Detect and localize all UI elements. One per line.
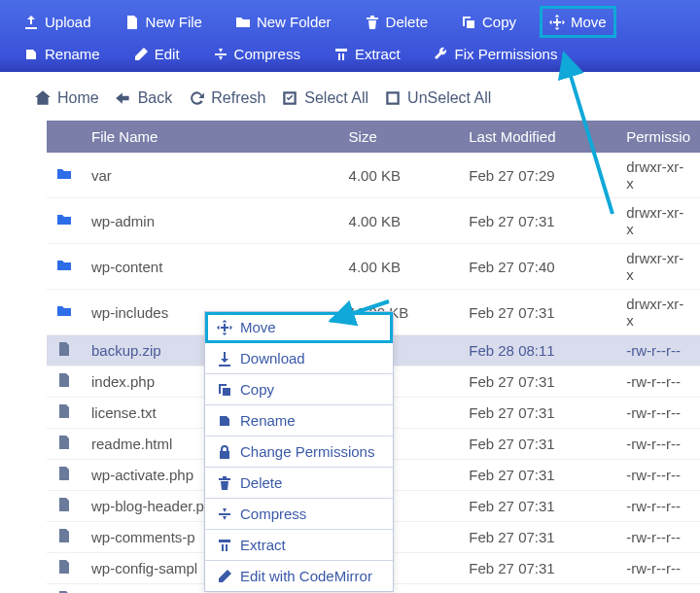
home-button[interactable]: Home xyxy=(34,89,99,107)
folder-icon xyxy=(56,303,72,319)
file-permissions: drwxr-xr-x xyxy=(616,244,700,290)
extract-icon xyxy=(333,47,349,62)
back-label: Back xyxy=(138,89,173,107)
refresh-button[interactable]: Refresh xyxy=(188,89,265,107)
unselect-all-button[interactable]: UnSelect All xyxy=(384,89,491,107)
folder-icon xyxy=(56,212,72,227)
col-permissions[interactable]: Permissio xyxy=(616,121,700,153)
compress-icon xyxy=(217,506,232,522)
row-icon-cell xyxy=(47,153,82,198)
new-file-button[interactable]: New File xyxy=(117,8,210,36)
move-icon xyxy=(549,15,565,30)
file-name: wp-admin xyxy=(82,198,339,244)
file-modified: Feb 27 07:29 xyxy=(459,153,616,198)
file-modified: Feb 28 08:11 xyxy=(459,335,616,366)
file-permissions: -rw-r--r-- xyxy=(616,366,700,398)
back-button[interactable]: Back xyxy=(115,89,173,107)
row-icon-cell xyxy=(47,460,82,491)
row-icon-cell xyxy=(47,198,82,244)
edit-label: Edit xyxy=(155,46,180,62)
file-permissions: drwxr-xr-x xyxy=(616,153,700,198)
delete-label: Delete xyxy=(386,14,428,30)
file-icon xyxy=(56,497,72,512)
file-size: 4.00 KB xyxy=(339,153,460,198)
upload-label: Upload xyxy=(45,14,91,30)
file-name: var xyxy=(82,153,339,198)
new-folder-button[interactable]: New Folder xyxy=(228,8,339,36)
new-file-label: New File xyxy=(146,14,202,30)
col-name[interactable]: File Name xyxy=(82,121,339,153)
folder-icon xyxy=(56,258,72,273)
context-rename[interactable]: Rename xyxy=(205,405,393,436)
table-row[interactable]: wp-content4.00 KBFeb 27 07:40drwxr-xr-x xyxy=(47,244,700,290)
context-delete-label: Delete xyxy=(240,474,282,491)
file-icon xyxy=(56,403,72,419)
file-modified: Feb 27 07:31 xyxy=(459,460,616,491)
file-modified: Feb 27 07:31 xyxy=(459,491,616,522)
col-icon xyxy=(47,121,82,153)
rename-label: Rename xyxy=(45,46,100,62)
main-toolbar: Upload New File New Folder Delete Copy M… xyxy=(0,0,700,72)
context-delete[interactable]: Delete xyxy=(205,468,393,499)
home-label: Home xyxy=(57,89,99,107)
rename-button[interactable]: Rename xyxy=(16,40,108,68)
context-edit-codemirror[interactable]: Edit with CodeMirror xyxy=(205,561,393,591)
context-compress[interactable]: Compress xyxy=(205,499,393,530)
table-row[interactable]: wp-admin4.00 KBFeb 27 07:31drwxr-xr-x xyxy=(47,198,700,244)
select-all-button[interactable]: Select All xyxy=(281,89,368,107)
fix-permissions-button[interactable]: Fix Permissions xyxy=(426,40,566,68)
select-all-label: Select All xyxy=(304,89,368,107)
file-size: 4.00 KB xyxy=(339,198,460,244)
context-download[interactable]: Download xyxy=(205,343,393,374)
file-permissions: -rw-r--r-- xyxy=(616,553,700,584)
row-icon-cell xyxy=(47,335,82,366)
file-modified: Feb 27 07:32 xyxy=(459,584,616,594)
move-button[interactable]: Move xyxy=(542,8,614,36)
refresh-label: Refresh xyxy=(211,89,265,107)
context-copy-label: Copy xyxy=(240,381,274,398)
context-change-permissions-label: Change Permissions xyxy=(240,443,374,460)
fix-permissions-label: Fix Permissions xyxy=(455,46,558,62)
table-row[interactable]: var4.00 KBFeb 27 07:29drwxr-xr-x xyxy=(47,153,700,198)
copy-button[interactable]: Copy xyxy=(453,8,524,36)
edit-icon xyxy=(133,47,149,62)
compress-button[interactable]: Compress xyxy=(205,40,308,68)
edit-icon xyxy=(217,569,232,584)
rename-icon xyxy=(217,413,232,429)
row-icon-cell xyxy=(47,244,82,290)
context-copy[interactable]: Copy xyxy=(205,374,393,405)
extract-button[interactable]: Extract xyxy=(326,40,408,68)
file-modified: Feb 27 07:40 xyxy=(459,244,616,290)
row-icon-cell xyxy=(47,491,82,522)
folder-icon xyxy=(235,15,251,30)
delete-button[interactable]: Delete xyxy=(357,8,436,36)
file-modified: Feb 27 07:31 xyxy=(459,522,616,553)
row-icon-cell xyxy=(47,553,82,584)
rename-icon xyxy=(23,47,39,62)
trash-icon xyxy=(365,15,380,30)
new-folder-label: New Folder xyxy=(257,14,332,30)
file-permissions: -rw-r--r-- xyxy=(616,429,700,460)
move-label: Move xyxy=(571,14,607,30)
row-icon-cell xyxy=(47,429,82,460)
edit-button[interactable]: Edit xyxy=(125,40,188,68)
row-icon-cell xyxy=(47,522,82,553)
refresh-icon xyxy=(188,89,205,107)
context-download-label: Download xyxy=(240,350,305,366)
file-modified: Feb 27 07:31 xyxy=(459,366,616,398)
file-modified: Feb 27 07:31 xyxy=(459,553,616,584)
file-modified: Feb 27 07:31 xyxy=(459,290,616,335)
context-extract-label: Extract xyxy=(240,537,286,553)
extract-label: Extract xyxy=(355,46,401,62)
context-move[interactable]: Move xyxy=(205,312,393,343)
compress-label: Compress xyxy=(234,46,300,62)
context-change-permissions[interactable]: Change Permissions xyxy=(205,436,393,468)
file-icon xyxy=(56,372,72,388)
move-icon xyxy=(217,320,232,335)
context-extract[interactable]: Extract xyxy=(205,530,393,561)
home-icon xyxy=(34,89,52,107)
col-modified[interactable]: Last Modified xyxy=(459,121,616,153)
copy-icon xyxy=(461,15,476,30)
file-permissions: -rw-r--r-- xyxy=(616,522,700,553)
file-modified: Feb 27 07:31 xyxy=(459,198,616,244)
